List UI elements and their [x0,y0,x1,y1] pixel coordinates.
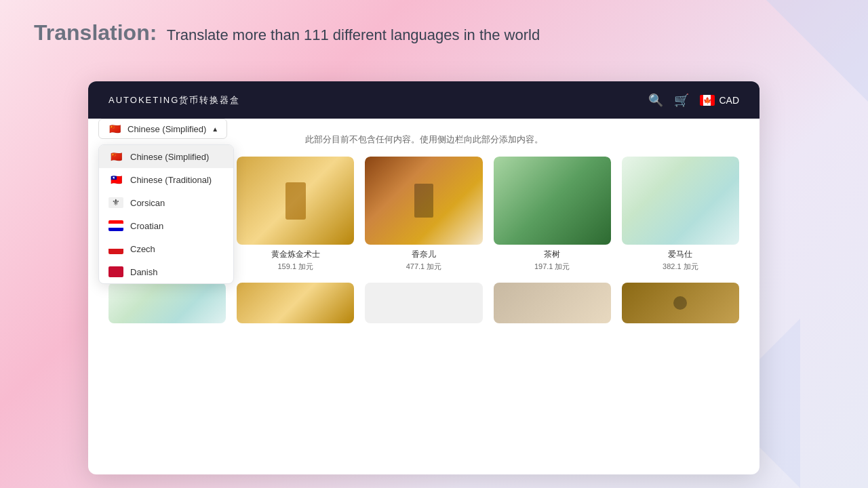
product-card-5[interactable]: 爱马仕 382.1 加元 [622,157,739,272]
product-card-bottom-5[interactable] [622,283,739,323]
product-image-5 [622,157,739,245]
product-card-bottom-2[interactable] [237,283,354,323]
lang-label-corsican: Corsican [130,198,165,208]
navbar-icons: 🔍 🛒 CAD [648,93,739,108]
page-title-bold: Translation: [34,20,157,45]
product-card-2[interactable]: 黄金炼金术士 159.1 加元 [237,157,354,272]
flag-tw: 🇹🇼 [108,174,123,185]
canada-flag-icon [700,95,715,106]
lang-label-zh-hant: Chinese (Traditional) [130,175,212,185]
page-header: Translation: Translate more than 111 dif… [0,0,868,59]
product-image-3 [365,157,482,245]
product-card-4[interactable]: 茶树 197.1 加元 [494,157,611,272]
chevron-up-icon: ▲ [212,125,218,133]
selected-lang-label: Chinese (Simplified) [127,124,206,134]
flag-dk [108,266,123,277]
product-price-3: 477.1 加元 [365,262,482,272]
cart-icon[interactable]: 🛒 [674,93,689,108]
selected-lang-flag: 🇨🇳 [107,123,122,134]
flag-co: ⚜ [108,197,123,208]
currency-code: CAD [719,95,739,106]
product-card-3[interactable]: 香奈儿 477.1 加元 [365,157,482,272]
lang-label-danish: Danish [130,267,157,277]
search-icon[interactable]: 🔍 [648,93,663,108]
lang-option-croatian[interactable]: Croatian [99,214,233,237]
product-price-2: 159.1 加元 [237,262,354,272]
lang-option-zh-hans[interactable]: 🇨🇳 Chinese (Simplified) [99,145,233,168]
flag-cn: 🇨🇳 [108,151,123,162]
language-selector-wrap: 🇨🇳 Chinese (Simplified) ▲ 🇨🇳 Chinese (Si… [98,119,227,139]
lang-label-croatian: Croatian [130,221,163,231]
navbar: AUTOKETING货币转换器盒 🔍 🛒 CAD [88,81,760,119]
flag-hr [108,220,123,231]
language-dropdown: 🇨🇳 Chinese (Simplified) 🇹🇼 Chinese (Trad… [98,144,234,284]
product-card-bottom-4[interactable] [494,283,611,323]
currency-selector[interactable]: CAD [700,95,739,106]
product-card-bottom-1[interactable] [108,283,226,323]
product-name-5: 爱马仕 [622,249,739,260]
lang-option-czech[interactable]: Czech [99,237,233,260]
product-name-4: 茶树 [494,249,611,260]
app-window: AUTOKETING货币转换器盒 🔍 🛒 CAD 🇨🇳 Chinese (Sim… [88,81,760,474]
navbar-brand: AUTOKETING货币转换器盒 [108,94,240,106]
product-name-3: 香奈儿 [365,249,482,260]
lang-option-zh-hant[interactable]: 🇹🇼 Chinese (Traditional) [99,168,233,191]
product-price-5: 382.1 加元 [622,262,739,272]
page-title: Translation: Translate more than 111 dif… [34,20,834,45]
page-title-desc: Translate more than 111 different langua… [167,26,540,43]
lang-label-zh-hans: Chinese (Simplified) [130,152,209,162]
lang-option-corsican[interactable]: ⚜ Corsican [99,191,233,214]
product-grid-bottom [108,283,739,323]
product-name-2: 黄金炼金术士 [237,249,354,260]
product-card-bottom-3 [365,283,482,323]
product-image-4 [494,157,611,245]
lang-label-czech: Czech [130,244,155,254]
product-image-2 [237,157,354,245]
flag-cz [108,243,123,254]
language-selector-button[interactable]: 🇨🇳 Chinese (Simplified) ▲ [98,119,227,139]
lang-option-danish[interactable]: Danish [99,260,233,283]
product-price-4: 197.1 加元 [494,262,611,272]
